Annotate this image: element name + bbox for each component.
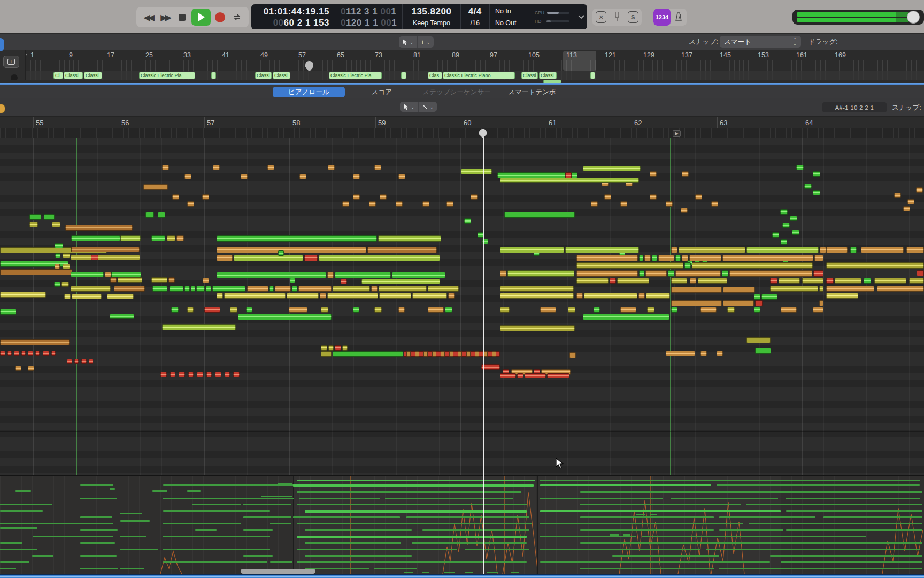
midi-note[interactable]: [217, 247, 366, 253]
midi-note[interactable]: [723, 287, 755, 293]
midi-note[interactable]: [0, 269, 72, 275]
midi-note[interactable]: [428, 286, 459, 292]
midi-note[interactable]: [650, 194, 657, 200]
midi-note[interactable]: [55, 243, 63, 248]
midi-region[interactable]: Classic Electric Piano: [443, 72, 515, 79]
midi-note[interactable]: [246, 307, 252, 313]
midi-note[interactable]: [369, 201, 376, 207]
midi-note[interactable]: [289, 307, 307, 313]
midi-note[interactable]: [64, 294, 71, 299]
midi-note[interactable]: [320, 293, 326, 299]
midi-note[interactable]: [333, 286, 370, 292]
midi-note[interactable]: [675, 255, 681, 261]
midi-note[interactable]: [206, 286, 211, 292]
midi-note[interactable]: [481, 364, 500, 370]
forward-button[interactable]: ▶▶: [157, 9, 172, 25]
lcd-display[interactable]: 01:01:44:19.15 0060 2 1 153 0112 3 1 001…: [251, 4, 587, 29]
midi-note[interactable]: [298, 286, 332, 292]
tab-step-sequencer[interactable]: ステップシーケンサー: [420, 87, 493, 97]
midi-note[interactable]: [639, 255, 643, 261]
midi-region[interactable]: Classi: [539, 72, 557, 79]
lcd-performance[interactable]: CPU HD: [529, 4, 575, 29]
midi-note[interactable]: [353, 307, 359, 313]
midi-note[interactable]: [500, 286, 574, 292]
midi-note[interactable]: [187, 201, 194, 207]
midi-note[interactable]: [230, 307, 237, 313]
midi-note[interactable]: [171, 307, 179, 313]
midi-note[interactable]: [877, 286, 924, 292]
midi-note[interactable]: [475, 351, 479, 357]
midi-note[interactable]: [202, 194, 209, 200]
midi-note[interactable]: [217, 255, 233, 261]
midi-note[interactable]: [287, 293, 319, 299]
midi-note[interactable]: [51, 351, 56, 356]
lcd-midi-io[interactable]: No In No Out: [490, 4, 529, 29]
midi-note[interactable]: [679, 247, 745, 253]
midi-note[interactable]: [772, 232, 779, 238]
count-in-button[interactable]: 1234: [653, 9, 671, 26]
midi-note[interactable]: [698, 278, 727, 284]
midi-note[interactable]: [583, 166, 641, 171]
midi-note[interactable]: [335, 272, 391, 278]
midi-note[interactable]: [328, 165, 335, 170]
region-fragment[interactable]: [543, 80, 561, 83]
midi-note[interactable]: [576, 262, 683, 269]
midi-note[interactable]: [500, 247, 564, 253]
midi-note[interactable]: [54, 282, 60, 287]
midi-note[interactable]: [826, 286, 874, 292]
midi-note[interactable]: [565, 247, 639, 253]
midi-note[interactable]: [671, 278, 687, 284]
midi-note[interactable]: [238, 314, 332, 320]
midi-note[interactable]: [74, 359, 79, 364]
midi-note[interactable]: [52, 222, 60, 227]
midi-note[interactable]: [584, 293, 637, 299]
midi-note[interactable]: [110, 277, 117, 283]
midi-note[interactable]: [118, 277, 142, 283]
midi-note[interactable]: [682, 255, 688, 261]
region-lane[interactable]: ClClassiClassiClassic Electric PiaClassi…: [26, 71, 924, 80]
midi-note[interactable]: [591, 201, 598, 207]
midi-region[interactable]: Classic Electric Pia: [139, 72, 195, 79]
midi-note[interactable]: [500, 373, 516, 378]
midi-note[interactable]: [782, 223, 790, 228]
midi-note[interactable]: [217, 272, 326, 278]
midi-note[interactable]: [114, 286, 145, 292]
midi-note[interactable]: [81, 359, 87, 364]
midi-note[interactable]: [666, 201, 673, 207]
midi-note[interactable]: [813, 270, 823, 277]
midi-note[interactable]: [206, 372, 212, 377]
midi-note[interactable]: [15, 366, 21, 371]
horizontal-scrollbar[interactable]: [241, 569, 315, 574]
note-grid[interactable]: [0, 138, 924, 475]
midi-note[interactable]: [500, 178, 639, 183]
midi-note[interactable]: [576, 278, 609, 284]
midi-note[interactable]: [826, 247, 848, 253]
midi-note[interactable]: [645, 270, 667, 277]
midi-note[interactable]: [371, 286, 378, 292]
midi-note[interactable]: [170, 286, 183, 292]
midi-note[interactable]: [398, 174, 405, 179]
midi-note[interactable]: [72, 294, 102, 299]
pointer-tool-menu[interactable]: ⌄: [400, 102, 419, 112]
midi-note[interactable]: [63, 264, 70, 269]
midi-region[interactable]: Classi: [64, 72, 83, 79]
midi-note[interactable]: [594, 307, 600, 313]
midi-note[interactable]: [43, 351, 49, 356]
midi-note[interactable]: [374, 165, 381, 170]
midi-note[interactable]: [71, 286, 111, 292]
midi-note[interactable]: [91, 255, 98, 260]
play-from-here-button[interactable]: ▶: [673, 130, 681, 137]
midi-note[interactable]: [367, 247, 437, 253]
midi-note[interactable]: [792, 230, 799, 235]
midi-note[interactable]: [682, 171, 689, 177]
midi-note[interactable]: [755, 348, 771, 354]
tab-score[interactable]: スコア: [359, 87, 404, 97]
midi-note[interactable]: [826, 278, 834, 284]
midi-note[interactable]: [780, 209, 788, 215]
piano-roll-ruler[interactable]: 55565758596061626364: [0, 116, 924, 128]
midi-note[interactable]: [729, 270, 812, 277]
overview-pane[interactable]: [0, 476, 924, 574]
midi-note[interactable]: [111, 272, 141, 277]
midi-note[interactable]: [432, 351, 436, 357]
midi-note[interactable]: [7, 351, 12, 356]
